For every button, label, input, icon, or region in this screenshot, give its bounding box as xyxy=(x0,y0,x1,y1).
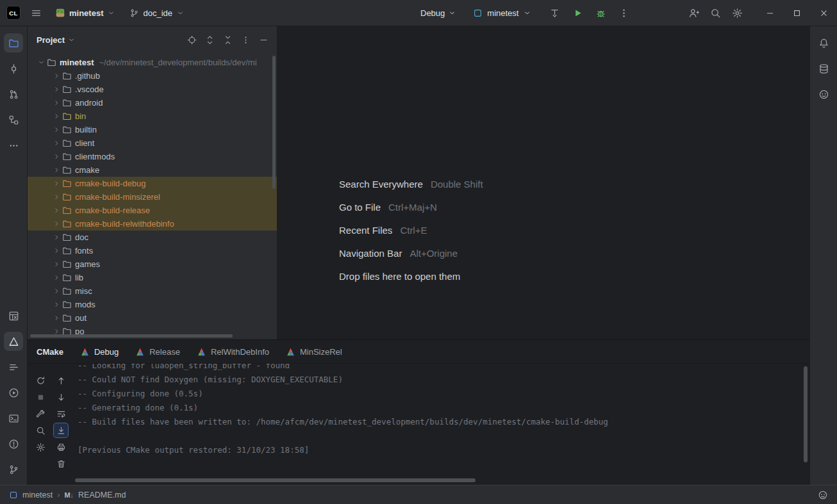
structure-tool-button[interactable] xyxy=(4,110,23,129)
problems-tool-button[interactable] xyxy=(4,434,23,453)
expand-toggle[interactable] xyxy=(51,85,62,95)
settings-button[interactable] xyxy=(728,4,746,22)
next-message-button[interactable] xyxy=(53,389,69,405)
print-button[interactable] xyxy=(53,439,69,455)
tree-item-mods[interactable]: mods xyxy=(28,298,277,311)
collapse-all-button[interactable] xyxy=(219,31,236,48)
tree-item-clientmods[interactable]: clientmods xyxy=(28,150,277,163)
tree-item-fonts[interactable]: fonts xyxy=(28,244,277,257)
terminal-tool-button[interactable] xyxy=(4,409,23,428)
prev-message-button[interactable] xyxy=(53,373,69,388)
tree-item-builtin[interactable]: builtin xyxy=(28,123,277,136)
project-panel-title[interactable]: Project xyxy=(37,35,76,45)
spreadsheet-tool-button[interactable] xyxy=(4,306,23,325)
project-vertical-scrollbar[interactable] xyxy=(272,56,276,189)
editor-area[interactable]: Search EverywhereDouble ShiftGo to FileC… xyxy=(278,26,809,339)
more-actions-button[interactable] xyxy=(237,31,254,48)
build-type-selector[interactable]: Debug xyxy=(420,8,456,18)
reload-cmake-button[interactable] xyxy=(33,373,48,388)
profiler-button[interactable] xyxy=(545,4,563,22)
expand-toggle[interactable] xyxy=(51,152,62,162)
tree-item-games[interactable]: games xyxy=(28,257,277,271)
soft-wrap-button[interactable] xyxy=(53,406,69,421)
stop-button[interactable] xyxy=(33,389,48,405)
expand-toggle[interactable] xyxy=(51,98,62,108)
ai-assistant-tool-button[interactable] xyxy=(814,85,833,104)
statusbar-file[interactable]: README.md xyxy=(78,491,126,500)
expand-toggle[interactable] xyxy=(51,232,62,243)
maximize-button[interactable] xyxy=(783,0,810,26)
tree-item-cmake-build-debug[interactable]: cmake-build-debug xyxy=(28,177,277,190)
console-vertical-scrollbar[interactable] xyxy=(804,366,808,462)
cmake-tab-MinSizeRel[interactable]: MinSizeRel xyxy=(286,340,342,363)
tree-item-bin[interactable]: bin xyxy=(28,110,277,123)
cmake-console[interactable]: -- Looking for luaopen_string_buffer - f… xyxy=(69,364,809,485)
expand-all-button[interactable] xyxy=(201,31,218,48)
expand-toggle[interactable] xyxy=(51,111,62,122)
more-run-actions-button[interactable] xyxy=(615,4,633,22)
tree-item-cmake[interactable]: cmake xyxy=(28,163,277,177)
expand-toggle[interactable] xyxy=(51,246,62,256)
more-tool-windows-button[interactable] xyxy=(4,136,23,155)
cmake-tab-Release[interactable]: Release xyxy=(135,340,180,363)
find-in-output-button[interactable] xyxy=(33,423,48,438)
clear-all-button[interactable] xyxy=(53,456,69,471)
vcs-branch-widget[interactable]: doc_ide xyxy=(126,6,188,20)
expand-toggle[interactable] xyxy=(51,286,62,297)
tree-item-lib[interactable]: lib xyxy=(28,271,277,284)
tree-item-cmake-build-relwithdebinfo[interactable]: cmake-build-relwithdebinfo xyxy=(28,217,277,231)
version-control-tool-button[interactable] xyxy=(4,460,23,479)
expand-toggle[interactable] xyxy=(35,58,47,68)
tree-item-android[interactable]: android xyxy=(28,96,277,110)
project-tool-button[interactable] xyxy=(4,33,23,53)
todo-tool-button[interactable] xyxy=(4,357,23,377)
notifications-button[interactable] xyxy=(814,33,833,53)
expand-toggle[interactable] xyxy=(51,259,62,270)
tree-item-.vscode[interactable]: .vscode xyxy=(28,83,277,96)
statusbar-project[interactable]: minetest xyxy=(22,491,53,500)
expand-toggle[interactable] xyxy=(51,179,62,189)
database-tool-button[interactable] xyxy=(814,59,833,78)
expand-toggle[interactable] xyxy=(51,219,62,229)
tree-item-cmake-build-minsizerel[interactable]: cmake-build-minsizerel xyxy=(28,190,277,204)
cmake-settings-button[interactable] xyxy=(33,406,48,421)
expand-toggle[interactable] xyxy=(51,192,62,202)
scroll-to-end-button[interactable] xyxy=(53,423,69,438)
expand-toggle[interactable] xyxy=(51,206,62,216)
expand-toggle[interactable] xyxy=(51,273,62,283)
console-horizontal-scrollbar[interactable] xyxy=(75,478,476,482)
cmake-tab-Debug[interactable]: Debug xyxy=(80,340,119,363)
cmake-tool-button[interactable] xyxy=(4,332,23,351)
run-tool-button[interactable] xyxy=(4,383,23,402)
expand-toggle[interactable] xyxy=(51,300,62,310)
tree-item-misc[interactable]: misc xyxy=(28,284,277,298)
tree-item-doc[interactable]: doc xyxy=(28,231,277,244)
main-menu-button[interactable] xyxy=(27,4,45,22)
ai-assistant-status-button[interactable] xyxy=(818,490,828,500)
tree-item-cmake-build-release[interactable]: cmake-build-release xyxy=(28,204,277,217)
close-button[interactable] xyxy=(810,0,837,26)
project-widget[interactable]: minetest xyxy=(51,5,119,20)
tree-item-client[interactable]: client xyxy=(28,136,277,150)
tree-root-minetest[interactable]: minetest~/dev/minetest_development/build… xyxy=(28,56,277,69)
tree-item-.github[interactable]: .github xyxy=(28,69,277,83)
code-with-me-button[interactable] xyxy=(684,4,702,22)
expand-toggle[interactable] xyxy=(51,71,62,81)
tree-item-out[interactable]: out xyxy=(28,311,277,325)
project-horizontal-scrollbar[interactable] xyxy=(30,334,233,337)
minimize-button[interactable] xyxy=(756,0,783,26)
expand-toggle[interactable] xyxy=(51,138,62,149)
expand-toggle[interactable] xyxy=(51,313,62,323)
commit-tool-button[interactable] xyxy=(4,59,23,78)
run-configuration-selector[interactable]: minetest xyxy=(473,8,531,18)
expand-toggle[interactable] xyxy=(51,125,62,135)
hide-panel-button[interactable] xyxy=(255,31,272,48)
pull-requests-tool-button[interactable] xyxy=(4,85,23,104)
console-settings-button[interactable] xyxy=(33,439,48,455)
select-opened-file-button[interactable] xyxy=(183,31,200,48)
debug-button[interactable] xyxy=(592,4,609,22)
cmake-tab-RelWithDebInfo[interactable]: RelWithDebInfo xyxy=(197,340,269,363)
run-button[interactable] xyxy=(568,4,586,22)
expand-toggle[interactable] xyxy=(51,165,62,175)
search-everywhere-button[interactable] xyxy=(706,4,724,22)
